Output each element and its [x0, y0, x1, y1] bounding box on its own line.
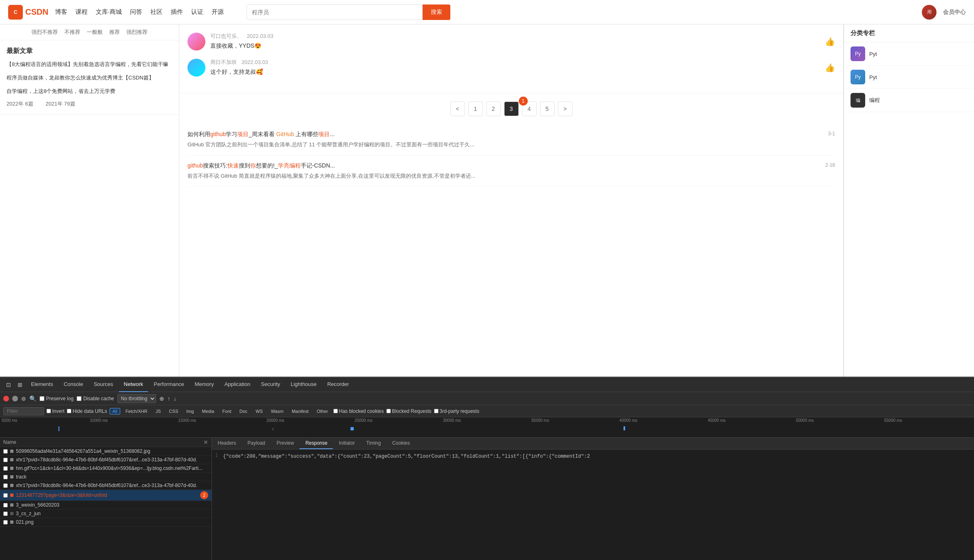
- like-icon-2[interactable]: 👍: [825, 63, 835, 73]
- filter-icon[interactable]: ⊚: [21, 395, 26, 402]
- rating-yes[interactable]: 推荐: [109, 29, 120, 36]
- search-button[interactable]: 搜索: [423, 4, 450, 20]
- page-3[interactable]: 3: [504, 101, 519, 116]
- search-input[interactable]: [247, 4, 423, 20]
- tab-console[interactable]: Console: [59, 377, 88, 392]
- resp-tab-initiator[interactable]: Initiator: [333, 438, 360, 449]
- file-row-6[interactable]: 3_weixin_56620203: [0, 501, 212, 509]
- resp-tab-headers[interactable]: Headers: [212, 438, 242, 449]
- tab-elements[interactable]: Elements: [26, 377, 58, 392]
- resp-tab-cookies[interactable]: Cookies: [386, 438, 415, 449]
- file-row-3[interactable]: track: [0, 473, 212, 481]
- filter-btn-font[interactable]: Font: [220, 408, 234, 414]
- page-5[interactable]: 5: [540, 101, 555, 116]
- file-checkbox-8[interactable]: [3, 520, 8, 525]
- resp-tab-preview[interactable]: Preview: [271, 438, 300, 449]
- preserve-log-input[interactable]: [40, 396, 44, 401]
- file-row-2[interactable]: hm.gif?cc=1&ck=1&cl=30-bit&ds=1440x900&v…: [0, 464, 212, 473]
- nav-item-plugin[interactable]: 插件: [171, 8, 183, 16]
- nav-item-open[interactable]: 开源: [212, 8, 224, 16]
- invert-checkbox[interactable]: Invert: [46, 408, 64, 414]
- filter-btn-ws[interactable]: WS: [253, 408, 266, 414]
- tab-application[interactable]: Application: [220, 377, 256, 392]
- file-checkbox-6[interactable]: [3, 503, 8, 507]
- file-row-5[interactable]: 1231487725?page=3&size=3&fold=unfold 2: [0, 490, 212, 501]
- has-blocked-checkbox[interactable]: Has blocked cookies: [333, 408, 384, 414]
- disable-cache-input[interactable]: [77, 396, 82, 401]
- rating-no[interactable]: 不推荐: [64, 29, 80, 36]
- filter-btn-all[interactable]: All: [110, 408, 120, 414]
- hide-data-urls-checkbox[interactable]: Hide data URLs: [67, 408, 107, 414]
- tab-network[interactable]: Network: [119, 377, 148, 392]
- file-row-1[interactable]: xhr1?pvid=78dcdb8c-964e-47b6-80bf-6bf45d…: [0, 456, 212, 464]
- filter-btn-manifest[interactable]: Manifest: [289, 408, 312, 414]
- nav-item-blog[interactable]: 博客: [55, 8, 67, 16]
- page-1[interactable]: 1: [468, 101, 483, 116]
- tab-recorder[interactable]: Recorder: [322, 377, 354, 392]
- member-center[interactable]: 会员中心: [943, 9, 966, 16]
- nav-item-qa[interactable]: 问答: [130, 8, 142, 16]
- file-checkbox-1[interactable]: [3, 458, 8, 462]
- page-prev[interactable]: <: [450, 101, 465, 116]
- resp-tab-response[interactable]: Response: [300, 438, 333, 449]
- filter-btn-media[interactable]: Media: [199, 408, 217, 414]
- nav-item-cert[interactable]: 认证: [191, 8, 203, 16]
- network-icon-1[interactable]: ⊕: [159, 395, 164, 402]
- record-stop-btn[interactable]: [3, 396, 9, 401]
- tab-lighthouse[interactable]: Lighthouse: [286, 377, 322, 392]
- file-checkbox-3[interactable]: [3, 475, 8, 479]
- resp-tab-payload[interactable]: Payload: [242, 438, 271, 449]
- resp-tab-timing[interactable]: Timing: [361, 438, 387, 449]
- result-title-1[interactable]: 如何利用github学习项目_周末看看 GitHub 上有哪些项目...: [187, 131, 335, 138]
- filter-btn-fetch[interactable]: Fetch/XHR: [123, 408, 150, 414]
- page-next[interactable]: >: [558, 101, 573, 116]
- nav-item-community[interactable]: 社区: [150, 8, 163, 16]
- preserve-log-checkbox[interactable]: Preserve log: [40, 396, 73, 401]
- tab-sources[interactable]: Sources: [89, 377, 118, 392]
- rating-strong-no[interactable]: 强烈不推荐: [31, 29, 58, 36]
- filter-btn-other[interactable]: Other: [314, 408, 331, 414]
- nav-item-library[interactable]: 文库·商城: [96, 8, 122, 16]
- filter-input[interactable]: [3, 407, 44, 415]
- nav-logo[interactable]: C CSDN: [8, 5, 48, 20]
- user-avatar[interactable]: 用: [922, 5, 937, 20]
- filter-btn-doc[interactable]: Doc: [237, 408, 251, 414]
- devtools-toggle-icon[interactable]: ⊡: [3, 379, 14, 390]
- close-panel-btn[interactable]: ✕: [203, 439, 208, 445]
- search-icon[interactable]: 🔍: [29, 395, 36, 402]
- tab-security[interactable]: Security: [256, 377, 285, 392]
- nav-item-course[interactable]: 课程: [75, 8, 88, 16]
- file-checkbox-2[interactable]: [3, 466, 8, 471]
- filter-btn-img[interactable]: Img: [183, 408, 196, 414]
- filter-btn-css[interactable]: CSS: [166, 408, 181, 414]
- filter-btn-js[interactable]: JS: [153, 408, 164, 414]
- throttle-select[interactable]: No throttling: [117, 394, 156, 403]
- article-link-2[interactable]: 程序员做自媒体，龙叔教你怎么快速成为优秀博主【CSDN篇】: [7, 74, 172, 82]
- file-checkbox-7[interactable]: [3, 511, 8, 516]
- file-row-8[interactable]: 021.png: [0, 518, 212, 527]
- disable-cache-checkbox[interactable]: Disable cache: [77, 396, 114, 401]
- clear-btn[interactable]: [12, 396, 18, 401]
- third-party-checkbox[interactable]: 3rd-party requests: [434, 408, 479, 414]
- sidebar-item-1[interactable]: Py Pyt: [844, 42, 974, 66]
- file-row-7[interactable]: 3_cs_z_jun: [0, 509, 212, 518]
- tab-performance[interactable]: Performance: [149, 377, 189, 392]
- sidebar-item-2[interactable]: Py Pyt: [844, 66, 974, 89]
- result-title-2[interactable]: github搜索技巧:快速搜到你想要的!_学亮编程手记-CSDN...: [187, 162, 335, 170]
- rating-strong-yes[interactable]: 强烈推荐: [126, 29, 148, 36]
- file-checkbox-4[interactable]: [3, 483, 8, 488]
- article-link-1[interactable]: 【8大编程语言的适用领域】先别着急选语言学编程，先看它们能干嘛: [7, 60, 172, 69]
- blocked-requests-checkbox[interactable]: Blocked Requests: [386, 408, 432, 414]
- like-icon-1[interactable]: 👍: [825, 37, 835, 46]
- article-link-3[interactable]: 自学编程，上这8个免费网站，省去上万元学费: [7, 87, 172, 96]
- page-2[interactable]: 2: [486, 101, 501, 116]
- sidebar-item-3[interactable]: 编 编程: [844, 89, 974, 112]
- devtools-inspect-icon[interactable]: ⊞: [15, 379, 25, 390]
- file-checkbox-5[interactable]: [3, 493, 8, 498]
- filter-btn-wasm[interactable]: Wasm: [268, 408, 286, 414]
- tab-memory[interactable]: Memory: [190, 377, 219, 392]
- file-checkbox-0[interactable]: [3, 449, 8, 454]
- file-row-4[interactable]: xhr1?pvid=78dcdb8c-964e-47b6-80bf-6bf45d…: [0, 481, 212, 490]
- network-icon-2[interactable]: ↑: [167, 395, 170, 402]
- file-row-0[interactable]: 50996056adaf4e31a748564267a551a4_weixin_…: [0, 447, 212, 456]
